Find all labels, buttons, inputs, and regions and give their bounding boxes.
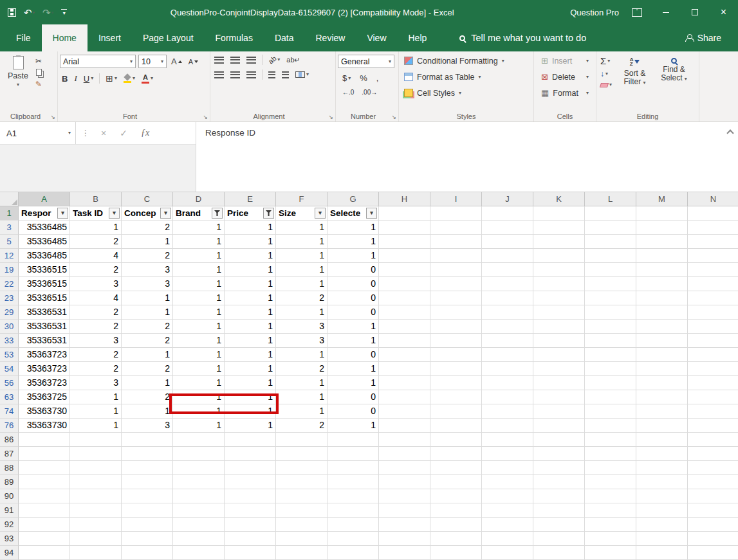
empty-cell[interactable] <box>482 461 533 475</box>
empty-cell[interactable] <box>533 376 585 390</box>
grid-cell[interactable]: 1 <box>173 221 225 235</box>
grid-cell[interactable]: 1 <box>327 235 379 249</box>
empty-cell[interactable] <box>379 447 430 461</box>
row-header-1[interactable]: 1 <box>0 206 19 221</box>
empty-cell[interactable] <box>379 305 430 320</box>
empty-cell[interactable] <box>276 546 327 560</box>
empty-cell[interactable] <box>585 518 636 532</box>
empty-cell[interactable] <box>19 503 70 518</box>
empty-cell[interactable] <box>533 235 585 249</box>
grid-cell[interactable]: 1 <box>70 419 122 433</box>
empty-cell[interactable] <box>636 433 688 447</box>
grid-cell[interactable]: 1 <box>173 404 225 419</box>
empty-cell[interactable] <box>379 277 430 291</box>
empty-cell[interactable] <box>688 291 738 305</box>
align-left-button[interactable] <box>212 71 226 79</box>
empty-cell[interactable] <box>225 546 276 560</box>
grid-cell[interactable]: 1 <box>173 277 225 291</box>
currency-button[interactable]: $▾ <box>340 73 353 84</box>
empty-cell[interactable] <box>327 532 379 546</box>
empty-cell[interactable] <box>430 518 482 532</box>
empty-cell[interactable] <box>585 277 636 291</box>
wrap-text-button[interactable]: ab↵ <box>284 55 302 65</box>
save-icon[interactable] <box>8 8 16 17</box>
empty-cell[interactable] <box>688 475 738 489</box>
font-color-button[interactable]: A ▾ <box>140 73 155 84</box>
empty-cell[interactable] <box>688 433 738 447</box>
row-header-33[interactable]: 33 <box>0 334 19 348</box>
sort-filter-button[interactable]: AZ Sort & Filter ▾ <box>616 55 653 88</box>
empty-cell[interactable] <box>379 263 430 277</box>
grid-cell[interactable]: 35363730 <box>19 419 70 433</box>
row-header-19[interactable]: 19 <box>0 263 19 277</box>
grid-cell[interactable]: 35363723 <box>19 376 70 390</box>
empty-cell[interactable] <box>430 206 482 221</box>
empty-cell[interactable] <box>585 249 636 263</box>
empty-cell[interactable] <box>430 291 482 305</box>
formula-bar-resize-handle[interactable]: ⋮ <box>82 129 89 138</box>
empty-cell[interactable] <box>430 277 482 291</box>
empty-cell[interactable] <box>173 489 225 503</box>
filter-dropdown-button[interactable]: ▾ <box>366 208 377 219</box>
row-header-53[interactable]: 53 <box>0 348 19 362</box>
empty-cell[interactable] <box>276 518 327 532</box>
empty-cell[interactable] <box>430 320 482 334</box>
merge-center-button[interactable]: ▾ <box>293 71 311 78</box>
empty-cell[interactable] <box>379 334 430 348</box>
empty-cell[interactable] <box>276 475 327 489</box>
decrease-font-button[interactable]: A <box>187 57 200 66</box>
orientation-button[interactable]: ab▾ <box>266 55 282 64</box>
cell-styles-button[interactable]: Cell Styles ▾ <box>401 87 531 99</box>
empty-cell[interactable] <box>430 503 482 518</box>
empty-cell[interactable] <box>482 503 533 518</box>
grid-cell[interactable]: 1 <box>276 376 327 390</box>
row-header-94[interactable]: 94 <box>0 546 19 560</box>
row-header-87[interactable]: 87 <box>0 447 19 461</box>
fill-color-button[interactable]: ▾ <box>122 74 137 84</box>
grid-cell[interactable]: 35336531 <box>19 334 70 348</box>
grid-cell[interactable]: 35336515 <box>19 291 70 305</box>
empty-cell[interactable] <box>430 362 482 376</box>
empty-cell[interactable] <box>585 503 636 518</box>
conditional-formatting-button[interactable]: Conditional Formatting ▾ <box>401 55 531 67</box>
column-header-N[interactable]: N <box>688 192 738 206</box>
empty-cell[interactable] <box>533 433 585 447</box>
grid-cell[interactable]: 2 <box>276 419 327 433</box>
increase-indent-button[interactable] <box>280 71 291 79</box>
copy-button[interactable] <box>36 69 42 76</box>
empty-cell[interactable] <box>122 546 173 560</box>
empty-cell[interactable] <box>585 546 636 560</box>
empty-cell[interactable] <box>70 518 122 532</box>
header-cell-task-id[interactable]: Task ID▾ <box>70 206 122 221</box>
empty-cell[interactable] <box>636 390 688 404</box>
empty-cell[interactable] <box>688 419 738 433</box>
grid-cell[interactable]: 1 <box>276 249 327 263</box>
empty-cell[interactable] <box>636 320 688 334</box>
empty-cell[interactable] <box>533 419 585 433</box>
align-center-button[interactable] <box>228 71 242 79</box>
empty-cell[interactable] <box>688 376 738 390</box>
empty-cell[interactable] <box>585 390 636 404</box>
collapse-formula-bar-icon[interactable] <box>726 129 733 136</box>
empty-cell[interactable] <box>533 263 585 277</box>
grid-cell[interactable]: 1 <box>122 305 173 320</box>
empty-cell[interactable] <box>482 320 533 334</box>
empty-cell[interactable] <box>688 546 738 560</box>
empty-cell[interactable] <box>430 348 482 362</box>
empty-cell[interactable] <box>70 461 122 475</box>
empty-cell[interactable] <box>688 390 738 404</box>
empty-cell[interactable] <box>636 503 688 518</box>
filter-funnel-button[interactable] <box>263 208 274 219</box>
grid-cell[interactable]: 4 <box>70 291 122 305</box>
grid-cell[interactable]: 35336485 <box>19 235 70 249</box>
grid-cell[interactable]: 1 <box>225 334 276 348</box>
tab-file[interactable]: File <box>5 24 42 51</box>
font-size-select[interactable]: 10 ▾ <box>138 55 167 68</box>
clear-button[interactable]: ▾ <box>598 82 614 88</box>
grid-cell[interactable]: 0 <box>327 305 379 320</box>
grid-cell[interactable]: 3 <box>70 334 122 348</box>
column-header-E[interactable]: E <box>225 192 276 206</box>
empty-cell[interactable] <box>636 404 688 419</box>
empty-cell[interactable] <box>585 404 636 419</box>
tab-view[interactable]: View <box>356 24 397 51</box>
